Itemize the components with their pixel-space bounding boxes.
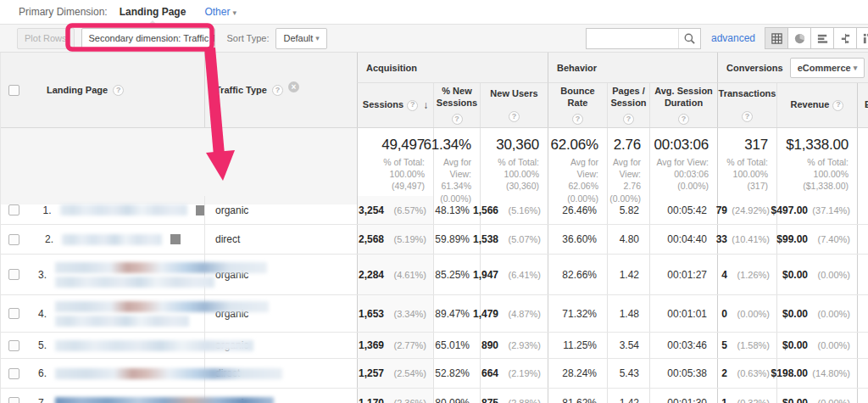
blurred-url-line	[55, 277, 214, 288]
avg-session-duration-cell: 00:04:40	[649, 225, 717, 254]
revenue-column-header[interactable]: Revenue?	[776, 83, 857, 127]
blurred-url-line	[55, 316, 189, 327]
summary-revenue: $1,338.00 % of Total: 100.00% ($1,338.00…	[776, 128, 857, 204]
summary-clipped-cell	[857, 128, 868, 204]
row-checkbox[interactable]	[8, 397, 19, 403]
search-input[interactable]	[587, 29, 678, 48]
landing-page-cell: 7.	[26, 389, 204, 403]
clipped-cell	[857, 225, 868, 254]
sessions-cell: 1,369(2.77%)	[357, 333, 433, 358]
new-users-cell: 1,947(6.41%)	[480, 255, 548, 294]
help-icon[interactable]: ?	[509, 111, 520, 122]
row-checkbox[interactable]	[8, 234, 19, 245]
row-checkbox[interactable]	[8, 204, 19, 215]
table-row: 4. organic 1,653(3.34%) 89.47% 1,479(4.8…	[1, 295, 868, 333]
performance-bars-view-icon[interactable]	[810, 27, 834, 49]
primary-dimension-tab-landing-page[interactable]: Landing Page	[116, 6, 190, 18]
blurred-url-line	[60, 204, 187, 215]
landing-page-blurred-link[interactable]	[62, 234, 162, 245]
landing-page-blurred-link[interactable]	[55, 397, 274, 403]
new-users-cell: 890(2.93%)	[480, 333, 548, 358]
secondary-dimension-dropdown[interactable]: Secondary dimension: Traffic Type▾	[81, 28, 215, 49]
table-body: 1. organic 3,254(6.57%) 48.13% 1,566(5.1…	[1, 196, 868, 403]
advanced-search-link[interactable]: advanced	[711, 32, 755, 44]
summary-bounce-rate: 62.06% Avg for View: 62.06% (0.00%)	[548, 128, 607, 204]
search-icon[interactable]	[678, 29, 700, 48]
sort-type-dropdown[interactable]: Default▾	[275, 28, 326, 49]
percent-new-sessions-column-header[interactable]: % New Sessions?	[433, 83, 480, 127]
summary-percent-new-sessions: 61.34% Avg for View: 61.34% (0.00%)	[433, 128, 480, 204]
bounce-rate-cell: 82.66%	[548, 255, 607, 294]
help-icon[interactable]: ?	[452, 114, 463, 125]
row-checkbox[interactable]	[8, 269, 19, 280]
toolbar-right-cluster: advanced	[586, 27, 868, 49]
other-dimension-menu[interactable]: Other▾	[204, 6, 236, 18]
clipped-column-header[interactable]: E	[857, 83, 868, 127]
bounce-rate-cell: 11.25%	[548, 333, 607, 358]
clipped-cell	[857, 359, 868, 388]
sessions-column-header[interactable]: Sessions?↓	[357, 83, 433, 127]
plot-rows-button[interactable]: Plot Rows	[17, 28, 75, 49]
landing-page-blurred-link[interactable]	[55, 340, 253, 351]
avg-session-duration-column-header[interactable]: Avg. Session Duration?	[649, 83, 717, 127]
table-row: 7. organic 1,170(2.36%) 80.09% 875(2.88%…	[1, 389, 868, 403]
percentage-pie-view-icon[interactable]	[787, 27, 811, 49]
summary-row: 49,497 % of Total: 100.00% (49,497) 61.3…	[1, 128, 868, 196]
blurred-url-line	[55, 368, 282, 379]
transactions-cell: 2(0.63%)	[717, 359, 776, 388]
select-all-checkbox[interactable]	[8, 85, 19, 96]
avg-session-duration-cell: 00:05:42	[649, 196, 717, 224]
new-users-column-header[interactable]: New Users?	[480, 83, 548, 127]
clipped-cell	[857, 255, 868, 294]
open-in-new-window-icon[interactable]	[196, 205, 204, 215]
row-index: 6.	[38, 367, 47, 379]
row-checkbox-cell	[1, 225, 26, 254]
blurred-url-line	[55, 262, 267, 273]
summary-label-cell	[1, 128, 357, 204]
help-icon[interactable]: ?	[113, 85, 124, 96]
avg-session-duration-cell: 00:01:27	[649, 255, 717, 294]
traffic-type-column-header[interactable]: Traffic Type ? ×	[204, 53, 357, 127]
landing-page-column-header[interactable]: Landing Page ?	[26, 53, 204, 127]
transactions-column-header[interactable]: Transactions?	[717, 83, 776, 127]
analytics-report-screen: Primary Dimension: Landing Page Other▾ P…	[0, 0, 868, 403]
pages-per-session-column-header[interactable]: Pages / Session?	[607, 83, 649, 127]
help-icon[interactable]: ?	[572, 114, 583, 125]
landing-page-blurred-link[interactable]	[60, 204, 187, 215]
help-icon[interactable]: ?	[678, 114, 689, 125]
revenue-cell: $0.00(0.00%)	[776, 389, 857, 403]
blurred-url-line	[62, 234, 162, 245]
sessions-cell: 2,284(4.61%)	[357, 255, 433, 294]
help-icon[interactable]: ?	[832, 100, 843, 111]
landing-page-cell: 4.	[26, 295, 204, 332]
help-icon[interactable]: ?	[623, 114, 634, 125]
remove-secondary-dimension-icon[interactable]: ×	[288, 81, 299, 92]
new-users-cell: 1,479(4.87%)	[480, 295, 548, 332]
bounce-rate-column-header[interactable]: Bounce Rate?	[548, 83, 607, 127]
landing-page-blurred-link[interactable]	[55, 368, 282, 379]
blurred-url-line	[55, 301, 269, 312]
row-checkbox[interactable]	[8, 340, 19, 351]
help-icon[interactable]: ?	[742, 111, 753, 122]
comparison-view-icon[interactable]	[833, 27, 857, 49]
percent-new-sessions-cell: 65.01%	[433, 333, 480, 358]
clipped-cell	[857, 196, 868, 224]
help-icon[interactable]: ?	[272, 85, 283, 96]
transactions-cell: 5(1.58%)	[717, 333, 776, 358]
open-in-new-window-icon[interactable]	[170, 234, 181, 244]
sort-type-label: Sort Type:	[227, 33, 270, 43]
avg-session-duration-cell: 00:05:38	[649, 359, 717, 388]
help-icon[interactable]: ?	[407, 100, 418, 111]
pivot-view-icon[interactable]	[856, 27, 868, 49]
row-index: 5.	[38, 339, 47, 351]
transactions-cell: 79(24.92%)	[717, 196, 776, 224]
traffic-type-cell: organic	[204, 196, 357, 224]
pages-per-session-cell: 1.42	[607, 389, 649, 403]
landing-page-cell: 2.	[26, 225, 204, 254]
row-checkbox[interactable]	[8, 308, 19, 319]
row-checkbox[interactable]	[8, 368, 19, 379]
chevron-down-icon: ▾	[854, 64, 858, 72]
data-table-view-icon[interactable]	[765, 27, 788, 49]
conversions-type-dropdown[interactable]: eCommerce▾	[790, 58, 865, 78]
summary-pages-per-session: 2.76 Avg for View: 2.76 (0.00%)	[607, 128, 649, 204]
